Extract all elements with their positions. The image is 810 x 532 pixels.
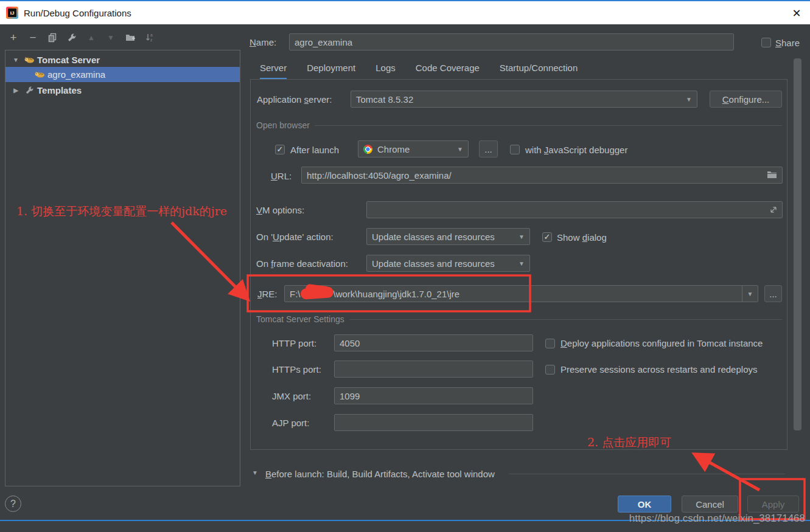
annotation-note-1: 1. 切换至于环境变量配置一样的jdk的jre: [16, 204, 227, 219]
new-folder-icon[interactable]: [124, 32, 136, 44]
js-debugger-label[interactable]: with JavaScript debugger: [525, 145, 627, 155]
show-dialog-checkbox[interactable]: ✓: [542, 232, 552, 242]
tab-startup-connection[interactable]: Startup/Connection: [500, 63, 578, 80]
folder-icon[interactable]: [767, 170, 777, 181]
tab-deployment[interactable]: Deployment: [307, 63, 355, 80]
name-label: Name:: [250, 37, 276, 47]
intellij-logo-icon: [6, 7, 18, 19]
https-port-label: HTTPs port:: [272, 364, 321, 375]
name-input[interactable]: agro_examina: [289, 33, 734, 50]
application-server-label: Application server:: [257, 94, 332, 105]
chevron-down-icon: ▼: [518, 260, 525, 267]
url-input[interactable]: http://localhost:4050/agro_examina/: [301, 167, 783, 184]
configurations-tree-panel: ▼ Tomcat Server agro_examina ▶ Templates: [5, 50, 240, 486]
deploy-applications-checkbox[interactable]: [545, 339, 555, 348]
tree-item-tomcat-server[interactable]: ▼ Tomcat Server: [5, 52, 240, 67]
tab-code-coverage[interactable]: Code Coverage: [416, 63, 480, 80]
chrome-icon: [363, 145, 372, 154]
tree-item-agro-examina-selected[interactable]: agro_examina: [5, 67, 240, 82]
http-port-input[interactable]: 4050: [334, 334, 533, 351]
chevron-down-icon: ▼: [518, 233, 525, 240]
expand-field-icon[interactable]: [770, 205, 777, 215]
jmx-port-input[interactable]: 1099: [334, 387, 533, 404]
apply-button[interactable]: Apply: [747, 496, 799, 513]
before-launch-label[interactable]: Before launch: Build, Build Artifacts, A…: [265, 469, 495, 479]
tomcat-icon: [34, 70, 45, 79]
on-frame-deactivation-select[interactable]: Update classes and resources▼: [366, 255, 530, 272]
configurations-toolbar: + − ▲ ▼ az: [7, 32, 156, 44]
cancel-button[interactable]: Cancel: [682, 496, 738, 513]
redacted-scribble: [301, 286, 333, 301]
preserve-sessions-checkbox[interactable]: [545, 365, 555, 375]
chevron-down-icon: ▼: [686, 96, 692, 103]
open-browser-section: Open browser: [256, 120, 782, 130]
vm-options-input[interactable]: [366, 201, 783, 218]
move-down-icon: ▼: [105, 32, 117, 44]
remove-icon[interactable]: −: [27, 32, 39, 44]
browser-more-button[interactable]: ...: [479, 140, 498, 157]
deploy-applications-label[interactable]: Deploy applications configured in Tomcat…: [560, 338, 763, 348]
after-launch-label[interactable]: After launch: [290, 145, 339, 155]
jre-more-button[interactable]: ...: [764, 285, 782, 302]
edit-defaults-wrench-icon[interactable]: [66, 32, 78, 44]
copy-icon[interactable]: [46, 32, 58, 44]
before-launch-expand-icon[interactable]: ▼: [252, 469, 258, 476]
js-debugger-checkbox[interactable]: [510, 145, 520, 154]
sort-icon[interactable]: az: [144, 32, 156, 44]
before-launch-divider: [509, 474, 785, 474]
jmx-port-label: JMX port:: [272, 391, 311, 401]
ajp-port-input[interactable]: [334, 414, 533, 431]
after-launch-checkbox[interactable]: ✓: [275, 145, 285, 154]
on-update-action-label: On 'Update' action:: [256, 232, 333, 242]
move-up-icon: ▲: [85, 32, 97, 44]
settings-tabs: Server Deployment Logs Code Coverage Sta…: [260, 63, 578, 80]
browser-select[interactable]: Chrome ▼: [358, 140, 469, 157]
svg-text:z: z: [150, 38, 152, 42]
share-checkbox[interactable]: [761, 38, 771, 47]
tab-logs[interactable]: Logs: [375, 63, 396, 80]
chevron-down-icon[interactable]: ▼: [742, 286, 758, 302]
tree-item-label: agro_examina: [47, 69, 105, 80]
share-label[interactable]: Share: [775, 38, 800, 48]
jre-label: JRE:: [257, 289, 278, 299]
http-port-label: HTTP port:: [272, 338, 316, 348]
vm-options-label: VM options:: [256, 205, 304, 215]
window-title: Run/Debug Configurations: [24, 8, 131, 18]
annotation-arrow-2: [697, 455, 759, 490]
tree-item-label: Tomcat Server: [37, 55, 100, 65]
wrench-icon: [24, 86, 35, 95]
jre-select[interactable]: F:\ \work\huangjing\jdk1.7.0_21\jre ▼: [284, 285, 758, 302]
tomcat-icon: [24, 55, 35, 64]
expand-arrow-icon[interactable]: ▼: [10, 57, 21, 63]
chevron-down-icon: ▼: [457, 146, 463, 153]
on-update-action-select[interactable]: Update classes and resources▼: [366, 228, 530, 245]
preserve-sessions-label[interactable]: Preserve sessions across restarts and re…: [560, 364, 757, 375]
svg-text:a: a: [150, 33, 153, 37]
https-port-input[interactable]: [334, 361, 533, 378]
collapse-arrow-icon[interactable]: ▶: [10, 87, 21, 94]
application-server-select[interactable]: Tomcat 8.5.32▼: [351, 91, 697, 108]
tab-server[interactable]: Server: [260, 63, 287, 80]
url-label: URL:: [271, 171, 292, 181]
on-frame-deactivation-label: On frame deactivation:: [256, 258, 348, 269]
run-debug-configurations-dialog: Run/Debug Configurations ✕ + − ▲ ▼ az ▼ …: [0, 0, 810, 532]
window-top-accent: [0, 0, 810, 1]
annotation-note-2: 2. 点击应用即可: [587, 435, 671, 451]
vertical-scrollbar[interactable]: [794, 58, 801, 430]
help-button[interactable]: ?: [5, 496, 21, 512]
close-icon[interactable]: ✕: [789, 6, 804, 21]
watermark-url: https://blog.csdn.net/weixin_38171468: [629, 513, 805, 525]
show-dialog-label[interactable]: Show dialog: [557, 232, 607, 243]
add-icon[interactable]: +: [7, 32, 19, 44]
tomcat-server-settings-section: Tomcat Server Settings: [256, 314, 782, 324]
ok-button[interactable]: OK: [618, 496, 671, 513]
tree-item-templates[interactable]: ▶ Templates: [5, 83, 240, 98]
tree-item-label: Templates: [37, 85, 82, 95]
title-bar: Run/Debug Configurations ✕: [0, 1, 810, 24]
ajp-port-label: AJP port:: [272, 418, 309, 428]
configure-button[interactable]: Configure...: [710, 91, 782, 108]
